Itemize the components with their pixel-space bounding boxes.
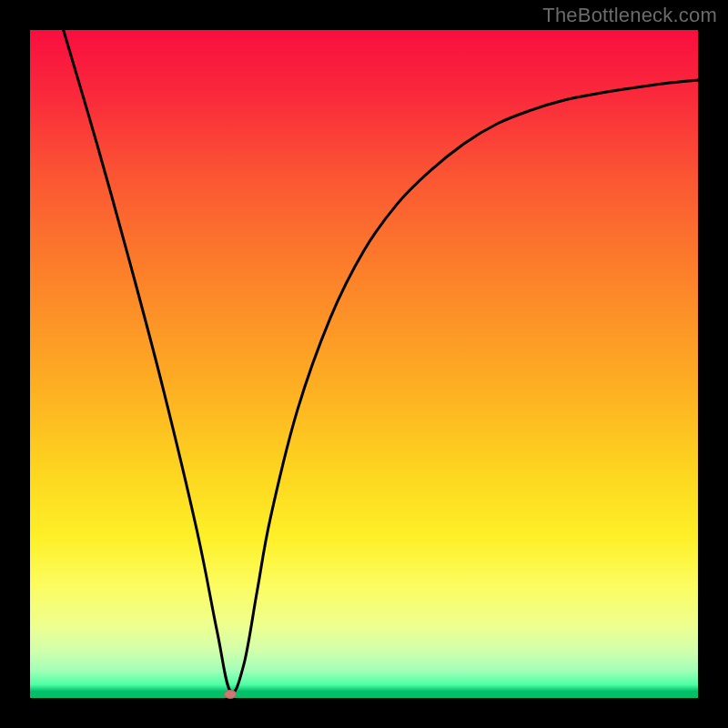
plot-area [30, 30, 698, 698]
bottleneck-curve [64, 30, 698, 693]
chart-frame: TheBottleneck.com [0, 0, 728, 728]
curve-svg [30, 30, 698, 698]
watermark-text: TheBottleneck.com [542, 4, 717, 27]
